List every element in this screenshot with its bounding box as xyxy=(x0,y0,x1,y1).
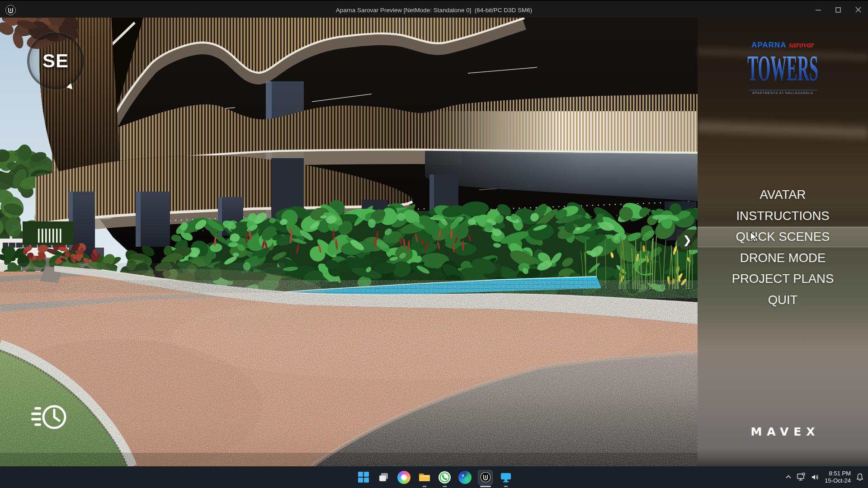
mouse-cursor xyxy=(750,231,760,243)
texture-grain-upper xyxy=(0,264,271,291)
menu-item-avatar[interactable]: AVATAR xyxy=(698,184,868,206)
pan-right-button[interactable]: ❯ xyxy=(677,230,698,250)
copilot-icon[interactable] xyxy=(397,470,411,484)
unreal-engine-taskbar-icon[interactable] xyxy=(478,470,492,484)
windows-taskbar: 8:51 PM 15-Oct-24 xyxy=(0,466,868,488)
compass-widget[interactable]: SE xyxy=(27,33,84,89)
start-button[interactable] xyxy=(356,470,370,484)
edge-icon[interactable] xyxy=(458,470,472,484)
whatsapp-icon[interactable] xyxy=(438,470,452,484)
app-window: { "titlebar": { "title": "Aparna Sarovar… xyxy=(0,0,868,488)
time-of-day-icon[interactable] xyxy=(30,404,68,432)
maximize-button[interactable] xyxy=(828,1,848,19)
chevron-right-icon: ❯ xyxy=(683,234,692,246)
notifications-bell-icon[interactable] xyxy=(855,473,864,482)
tray-time: 8:51 PM xyxy=(825,470,851,477)
window-title: Aparna Sarovar Preview [NetMode: Standal… xyxy=(0,1,868,19)
brand-tagline: APARTMENTS AT NALLAGANDLA xyxy=(749,90,817,94)
window-titlebar: Aparna Sarovar Preview [NetMode: Standal… xyxy=(0,0,868,18)
main-menu: AVATAR INSTRUCTIONS QUICK SCENES DRONE M… xyxy=(698,184,868,311)
file-explorer-icon[interactable] xyxy=(417,470,431,484)
tray-date: 15-Oct-24 xyxy=(825,477,851,484)
menu-item-quit[interactable]: QUIT xyxy=(698,290,868,311)
task-view-button[interactable] xyxy=(377,470,391,484)
project-logo: APARNA sarovar TOWERS APARTMENTS AT NALL… xyxy=(698,40,868,94)
studio-logo: MAVEX xyxy=(698,425,868,438)
compass-heading: SE xyxy=(42,50,69,72)
menu-item-instructions[interactable]: INSTRUCTIONS xyxy=(698,206,868,227)
display-app-icon[interactable] xyxy=(499,470,513,484)
panel-blur-highlight xyxy=(698,118,868,141)
menu-item-project-plans[interactable]: PROJECT PLANS xyxy=(698,268,868,290)
brand-towers: TOWERS xyxy=(728,52,837,86)
menu-item-drone-mode[interactable]: DRONE MODE xyxy=(698,248,868,269)
tray-expand-icon[interactable] xyxy=(785,474,792,481)
menu-item-quick-scenes[interactable]: QUICK SCENES xyxy=(698,227,868,247)
tray-clock[interactable]: 8:51 PM 15-Oct-24 xyxy=(825,470,851,484)
network-display-icon[interactable] xyxy=(797,473,807,482)
close-button[interactable] xyxy=(848,1,868,19)
fence xyxy=(23,221,73,245)
menu-panel: APARNA sarovar TOWERS APARTMENTS AT NALL… xyxy=(698,18,868,466)
volume-icon[interactable] xyxy=(811,473,820,481)
minimize-button[interactable] xyxy=(808,1,828,19)
